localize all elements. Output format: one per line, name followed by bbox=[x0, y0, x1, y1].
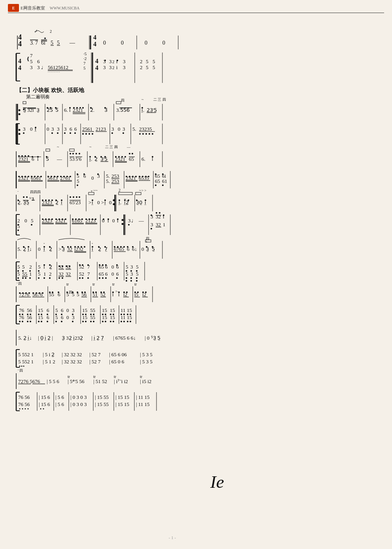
svg-text:tr: tr bbox=[66, 282, 69, 286]
svg-text:| 5  3  5: | 5 3 5 bbox=[140, 352, 153, 357]
svg-text:3: 3 bbox=[109, 64, 112, 70]
svg-text:3: 3 bbox=[72, 307, 75, 313]
svg-text:| 5  3  5: | 5 3 5 bbox=[140, 359, 153, 365]
svg-point-281 bbox=[132, 176, 134, 177]
svg-text:0: 0 bbox=[66, 307, 69, 313]
svg-text:6: 6 bbox=[37, 58, 40, 64]
svg-text:6: 6 bbox=[105, 271, 108, 277]
svg-point-307 bbox=[26, 196, 28, 198]
svg-point-240 bbox=[34, 176, 36, 177]
svg-text:0: 0 bbox=[141, 246, 144, 252]
svg-text:v: v bbox=[91, 189, 92, 193]
svg-text:0: 0 bbox=[112, 218, 115, 224]
svg-point-409 bbox=[117, 218, 119, 220]
svg-text:5: 5 bbox=[136, 271, 139, 277]
svg-text:>: > bbox=[89, 199, 91, 205]
svg-text:4: 4 bbox=[93, 34, 96, 41]
svg-text:3: 3 bbox=[151, 222, 153, 227]
svg-point-73 bbox=[19, 109, 21, 111]
svg-text:| 5⁴'5  56: | 5⁴'5 56 bbox=[68, 378, 85, 384]
svg-point-102 bbox=[73, 107, 75, 109]
svg-text:5.: 5. bbox=[17, 246, 21, 252]
svg-text:15: 15 bbox=[38, 314, 43, 320]
svg-text:3: 3 bbox=[130, 271, 133, 277]
svg-point-621 bbox=[100, 291, 102, 293]
page-number: - 1 - bbox=[169, 535, 176, 540]
svg-point-506 bbox=[29, 277, 31, 279]
svg-text:6: 6 bbox=[47, 314, 49, 320]
svg-text:5: 5 bbox=[126, 264, 128, 270]
svg-text:| 32 32 32: | 32 32 32 bbox=[62, 352, 82, 357]
svg-text:| 15  15: | 15 15 bbox=[115, 401, 129, 407]
svg-point-371 bbox=[31, 224, 32, 226]
svg-text:32: 32 bbox=[58, 271, 64, 277]
svg-point-394 bbox=[81, 218, 83, 220]
svg-point-464 bbox=[92, 246, 93, 248]
svg-text:0: 0 bbox=[47, 126, 49, 132]
svg-point-140 bbox=[70, 132, 71, 134]
svg-point-149 bbox=[85, 133, 87, 135]
svg-point-185 bbox=[46, 156, 47, 158]
svg-point-422 bbox=[151, 228, 152, 229]
svg-point-697 bbox=[90, 321, 92, 322]
svg-point-541 bbox=[82, 277, 83, 279]
svg-text:5613: 5613 bbox=[47, 175, 58, 181]
svg-point-316 bbox=[48, 199, 50, 201]
svg-text:| i5  i2: | i5 i2 bbox=[140, 378, 151, 384]
svg-text:♩: ♩ bbox=[131, 218, 133, 223]
svg-point-652 bbox=[19, 321, 21, 322]
svg-point-315 bbox=[45, 199, 47, 201]
svg-text:5: 5 bbox=[77, 178, 79, 184]
svg-point-479 bbox=[132, 246, 134, 248]
svg-point-319 bbox=[55, 199, 57, 201]
svg-point-488 bbox=[152, 246, 153, 248]
svg-point-165 bbox=[149, 133, 150, 135]
svg-point-629 bbox=[118, 291, 120, 293]
svg-point-225 bbox=[152, 156, 153, 158]
svg-point-426 bbox=[159, 212, 160, 214]
svg-text:2: 2 bbox=[50, 29, 52, 34]
svg-point-502 bbox=[25, 277, 26, 279]
svg-text:76: 76 bbox=[19, 314, 24, 320]
svg-point-195 bbox=[75, 153, 77, 154]
svg-text:5: 5 bbox=[57, 40, 60, 46]
svg-text:3: 3 bbox=[57, 126, 60, 132]
svg-text:76  56: 76 56 bbox=[18, 401, 30, 407]
svg-text:3: 3 bbox=[130, 264, 133, 270]
svg-text:2: 2 bbox=[140, 58, 143, 64]
svg-point-267 bbox=[97, 173, 99, 175]
svg-rect-353 bbox=[136, 192, 141, 195]
svg-point-597 bbox=[52, 291, 53, 293]
svg-point-232 bbox=[18, 176, 20, 177]
website-url: WWW.MUSICBA bbox=[50, 6, 79, 10]
svg-point-154 bbox=[111, 132, 113, 134]
svg-point-513 bbox=[43, 264, 45, 266]
svg-point-286 bbox=[142, 176, 143, 177]
svg-point-466 bbox=[98, 246, 100, 248]
svg-text:5: 5 bbox=[31, 218, 34, 224]
svg-point-611 bbox=[81, 291, 83, 293]
svg-text:7: 7 bbox=[83, 61, 86, 66]
svg-text:6: 6 bbox=[61, 307, 64, 313]
svg-point-192 bbox=[72, 153, 74, 154]
svg-point-150 bbox=[89, 133, 90, 135]
svg-text:5: 5 bbox=[146, 58, 149, 64]
svg-text:6165: 6165 bbox=[72, 218, 82, 224]
svg-text:3: 3 bbox=[103, 64, 106, 70]
svg-text:3̤: 3̤ bbox=[36, 107, 40, 113]
svg-point-457 bbox=[74, 246, 76, 248]
svg-point-126 bbox=[23, 132, 24, 134]
svg-point-385 bbox=[62, 218, 63, 220]
svg-text:2: 2 bbox=[29, 264, 32, 270]
svg-point-348 bbox=[119, 199, 120, 201]
svg-text:| i⁷ˉi  i2: | i⁷ˉi i2 bbox=[114, 378, 128, 384]
svg-text:.: . bbox=[93, 108, 94, 113]
svg-text:3: 3 bbox=[151, 214, 153, 220]
svg-point-383 bbox=[55, 218, 57, 220]
svg-point-527 bbox=[58, 277, 60, 279]
svg-point-151 bbox=[92, 133, 93, 135]
svg-point-321 bbox=[61, 199, 62, 201]
svg-text:| 5 5   6: | 5 5 6 bbox=[47, 378, 59, 384]
logo-e: E bbox=[12, 6, 15, 10]
svg-text:tr: tr bbox=[68, 374, 70, 379]
